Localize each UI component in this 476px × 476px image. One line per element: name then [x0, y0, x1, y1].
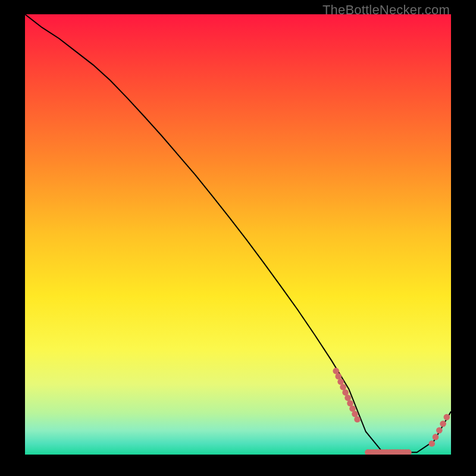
chart-frame	[25, 14, 451, 455]
data-point	[433, 434, 439, 440]
data-point	[444, 414, 450, 421]
data-point	[345, 394, 351, 401]
data-point	[354, 416, 361, 423]
data-point	[440, 421, 446, 427]
data-point	[335, 373, 342, 380]
gradient-background	[25, 14, 451, 455]
data-point	[436, 427, 443, 434]
data-point	[349, 405, 356, 412]
data-point	[429, 440, 436, 447]
bottleneck-chart	[25, 14, 451, 455]
data-point	[340, 384, 346, 390]
